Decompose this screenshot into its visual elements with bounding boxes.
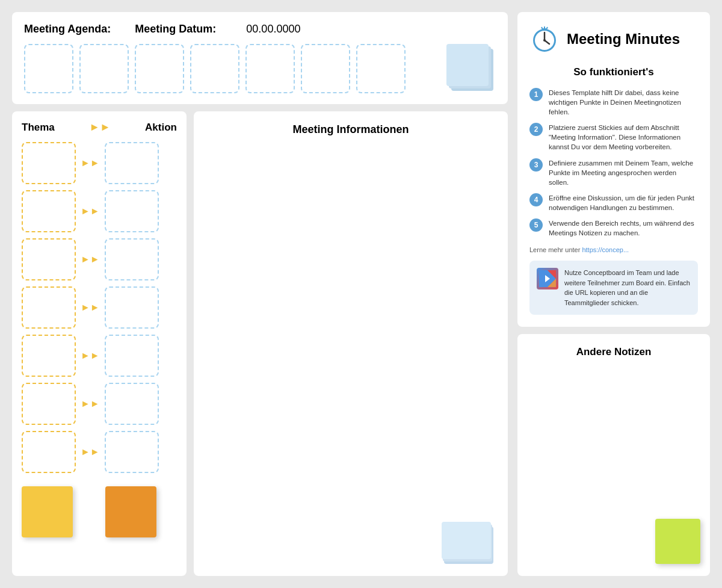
aktion-card-7[interactable] bbox=[105, 431, 159, 473]
conceptboard-text: Nutze Conceptboard im Team und lade weit… bbox=[564, 268, 691, 308]
agenda-card-1[interactable] bbox=[24, 44, 73, 93]
left-panel: Meeting Agenda: Meeting Datum: 00.00.000… bbox=[12, 12, 508, 576]
aktion-card-5[interactable] bbox=[105, 335, 159, 377]
row-arrow-3: ►► bbox=[81, 254, 100, 265]
agenda-card-6[interactable] bbox=[301, 44, 350, 93]
thema-card-7[interactable] bbox=[22, 431, 76, 473]
green-sticky[interactable] bbox=[655, 519, 700, 564]
learn-more: Lerne mehr unter https://concep... bbox=[529, 246, 698, 253]
agenda-card-7[interactable] bbox=[356, 44, 406, 93]
aktion-title: Aktion bbox=[145, 122, 177, 134]
step-5-number: 5 bbox=[529, 218, 543, 232]
step-1-number: 1 bbox=[529, 88, 543, 101]
big-orange-sticky[interactable] bbox=[105, 486, 156, 537]
ta-header: Thema ►► Aktion bbox=[22, 121, 177, 134]
aktion-card-6[interactable] bbox=[105, 383, 159, 425]
step-4: 4 Eröffne eine Diskussion, um die für je… bbox=[529, 193, 698, 212]
middle-section: Thema ►► Aktion ►► ►► ►► bbox=[12, 111, 508, 576]
so-funktioniert-title: So funktioniert's bbox=[529, 66, 698, 78]
meeting-info-section: Meeting Informationen bbox=[194, 111, 508, 576]
right-top-section: Meeting Minutes So funktioniert's 1 Dies… bbox=[517, 12, 710, 327]
aktion-card-4[interactable] bbox=[105, 286, 159, 329]
row-arrow-7: ►► bbox=[81, 447, 100, 457]
step-2: 2 Platziere zuerst Stickies auf dem Absc… bbox=[529, 123, 698, 152]
thema-title: Thema bbox=[22, 122, 55, 134]
ta-row-5: ►► bbox=[22, 335, 177, 377]
clock-icon bbox=[529, 24, 560, 54]
row-arrow-2: ►► bbox=[81, 206, 100, 217]
learn-more-link[interactable]: https://concep... bbox=[582, 246, 629, 253]
thema-card-6[interactable] bbox=[22, 383, 76, 425]
blue-stack-layer-3 bbox=[442, 522, 491, 559]
thema-card-1[interactable] bbox=[22, 142, 76, 184]
agenda-title: Meeting Agenda: bbox=[24, 23, 111, 36]
conceptboard-icon bbox=[537, 268, 558, 289]
row-arrow-6: ►► bbox=[81, 398, 100, 409]
step-3-number: 3 bbox=[529, 158, 543, 172]
ta-row-1: ►► bbox=[22, 142, 177, 184]
row-arrow-4: ►► bbox=[81, 302, 100, 313]
conceptboard-box: Nutze Conceptboard im Team und lade weit… bbox=[529, 261, 698, 315]
aktion-card-2[interactable] bbox=[105, 190, 159, 232]
ta-row-2: ►► bbox=[22, 190, 177, 232]
meeting-minutes-title: Meeting Minutes bbox=[567, 31, 680, 48]
stack-layer-3 bbox=[446, 44, 489, 86]
datum-value: 00.00.0000 bbox=[246, 23, 300, 36]
thema-card-3[interactable] bbox=[22, 238, 76, 280]
ta-row-3: ►► bbox=[22, 238, 177, 280]
right-header: Meeting Minutes bbox=[529, 24, 698, 54]
step-2-number: 2 bbox=[529, 123, 543, 136]
agenda-card-5[interactable] bbox=[245, 44, 295, 93]
step-5: 5 Verwende den Bereich rechts, um währen… bbox=[529, 218, 698, 238]
step-1: 1 Dieses Template hilft Dir dabei, dass … bbox=[529, 88, 698, 117]
agenda-cards bbox=[24, 44, 496, 93]
step-1-text: Dieses Template hilft Dir dabei, dass ke… bbox=[549, 88, 698, 117]
row-arrow-1: ►► bbox=[81, 158, 100, 169]
right-panel: Meeting Minutes So funktioniert's 1 Dies… bbox=[517, 12, 710, 576]
steps-list: 1 Dieses Template hilft Dir dabei, dass … bbox=[529, 88, 698, 238]
row-arrow-5: ►► bbox=[81, 350, 100, 361]
step-4-text: Eröffne eine Diskussion, um die für jede… bbox=[549, 193, 698, 212]
right-bottom-section: Andere Notizen bbox=[517, 334, 710, 576]
learn-more-prefix: Lerne mehr unter bbox=[529, 246, 582, 253]
andere-notizen-title: Andere Notizen bbox=[529, 346, 698, 358]
datum-label: Meeting Datum: bbox=[135, 23, 216, 36]
agenda-card-4[interactable] bbox=[190, 44, 239, 93]
agenda-card-3[interactable] bbox=[135, 44, 184, 93]
agenda-section: Meeting Agenda: Meeting Datum: 00.00.000… bbox=[12, 12, 508, 104]
meeting-info-title: Meeting Informationen bbox=[206, 123, 496, 136]
ta-bottom-stickies bbox=[22, 479, 177, 537]
step-4-number: 4 bbox=[529, 193, 543, 206]
thema-card-4[interactable] bbox=[22, 286, 76, 329]
svg-point-4 bbox=[543, 39, 546, 42]
meeting-info-sticky-stack bbox=[442, 522, 496, 564]
agenda-card-2[interactable] bbox=[79, 44, 129, 93]
thema-aktion-panel: Thema ►► Aktion ►► ►► ►► bbox=[12, 111, 187, 576]
ta-row-6: ►► bbox=[22, 383, 177, 425]
ta-row-4: ►► bbox=[22, 286, 177, 329]
arrow-double-icon: ►► bbox=[89, 121, 111, 134]
ta-row-7: ►► bbox=[22, 431, 177, 473]
aktion-card-1[interactable] bbox=[105, 142, 159, 184]
thema-card-5[interactable] bbox=[22, 335, 76, 377]
step-2-text: Platziere zuerst Stickies auf dem Abschn… bbox=[549, 123, 698, 152]
step-3-text: Definiere zusammen mit Deinem Team, welc… bbox=[549, 158, 698, 187]
step-3: 3 Definiere zusammen mit Deinem Team, we… bbox=[529, 158, 698, 187]
step-5-text: Verwende den Bereich rechts, um während … bbox=[549, 218, 698, 238]
svg-line-7 bbox=[546, 27, 548, 29]
agenda-header: Meeting Agenda: Meeting Datum: 00.00.000… bbox=[24, 23, 496, 36]
thema-card-2[interactable] bbox=[22, 190, 76, 232]
big-yellow-sticky[interactable] bbox=[22, 486, 73, 537]
agenda-sticky-stack bbox=[446, 44, 496, 93]
svg-line-6 bbox=[542, 27, 543, 29]
aktion-card-3[interactable] bbox=[105, 238, 159, 280]
